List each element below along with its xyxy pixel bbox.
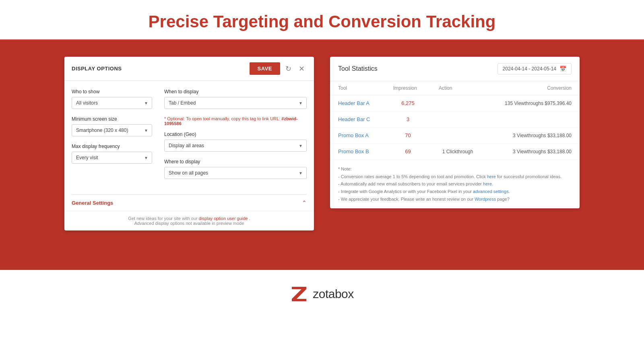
general-settings-label: General Settings xyxy=(72,200,113,206)
col-conversion: Conversion xyxy=(485,81,580,95)
tool-action xyxy=(431,95,485,111)
min-screen-size-group: Minimum screen size Smartphone (320 x 48… xyxy=(72,116,152,136)
who-to-show-select-wrap: All visitors xyxy=(72,97,152,109)
left-column: Who to show All visitors Minimum screen … xyxy=(72,89,152,186)
note-header: * Note: xyxy=(338,165,572,173)
tool-impression: 69 xyxy=(385,144,431,160)
footer-text2: . xyxy=(249,216,250,221)
card-footer: Get new ideas for your site with our dis… xyxy=(64,211,314,230)
date-range-box[interactable]: 2024-04-14 - 2024-05-14 📅 xyxy=(497,63,572,74)
table-row: Header Bar A6,275135 Viewthroughs $975,3… xyxy=(330,95,580,111)
tool-name[interactable]: Promo Box B xyxy=(330,144,385,160)
tool-impression: 3 xyxy=(385,111,431,128)
location-geo-select-wrap: Display all areas xyxy=(164,140,307,152)
col-tool: Tool xyxy=(330,81,385,95)
who-to-show-group: Who to show All visitors xyxy=(72,89,152,109)
tool-impression: 6,275 xyxy=(385,95,431,111)
table-row: Header Bar C3 xyxy=(330,111,580,128)
wordpress-link[interactable]: Wordpress xyxy=(475,197,496,202)
optional-note: * Optional: To open tool manually, copy … xyxy=(164,116,307,126)
save-button[interactable]: SAVE xyxy=(250,62,280,75)
tool-impression: 70 xyxy=(385,128,431,144)
where-to-display-label: Where to display xyxy=(164,159,307,165)
col-impression: Impression xyxy=(385,81,431,95)
page-footer: zotabox xyxy=(0,270,644,318)
header-actions: SAVE ↻ ✕ xyxy=(250,62,307,75)
refresh-button[interactable]: ↻ xyxy=(283,64,293,74)
col-action: Action xyxy=(431,81,485,95)
tool-conversion: 3 Viewthroughs $33,188.00 xyxy=(485,128,580,144)
stats-header: Tool Statistics 2024-04-14 - 2024-05-14 … xyxy=(330,57,580,81)
where-to-display-group: Where to display Show on all pages xyxy=(164,159,307,179)
when-to-display-select-wrap: Tab / Embed xyxy=(164,97,307,109)
here-link-2[interactable]: here xyxy=(483,181,492,186)
min-screen-size-select-wrap: Smartphone (320 x 480) xyxy=(72,124,152,136)
stats-notes: * Note: - Conversion rates average 1 to … xyxy=(330,160,580,208)
when-to-display-label: When to display xyxy=(164,89,307,95)
note-2: - Automatically add new email subscriber… xyxy=(338,180,572,188)
tool-statistics-card: Tool Statistics 2024-04-14 - 2024-05-14 … xyxy=(330,57,580,208)
chevron-down-icon: ⌃ xyxy=(302,200,307,206)
min-screen-size-label: Minimum screen size xyxy=(72,116,152,122)
advanced-settings-link[interactable]: advanced settings xyxy=(473,189,509,194)
where-to-display-select[interactable]: Show on all pages xyxy=(164,167,307,179)
tool-conversion: 135 Viewthroughs $975,396.40 xyxy=(485,95,580,111)
close-button[interactable]: ✕ xyxy=(297,64,307,74)
general-settings-row[interactable]: General Settings ⌃ xyxy=(72,194,307,211)
display-options-title: DISPLAY OPTIONS xyxy=(72,66,122,72)
here-link-1[interactable]: here xyxy=(487,174,496,179)
footer-text1: Get new ideas for your site with our xyxy=(128,216,197,221)
card-body: Who to show All visitors Minimum screen … xyxy=(64,81,314,194)
display-options-card: DISPLAY OPTIONS SAVE ↻ ✕ Who to show All… xyxy=(64,57,314,230)
footer-note: Advanced display options not available i… xyxy=(134,221,244,226)
date-range-value: 2024-04-14 - 2024-05-14 xyxy=(503,66,556,72)
brand-name: zotabox xyxy=(313,287,354,301)
max-display-freq-group: Max display frequency Every visit xyxy=(72,144,152,164)
tool-name[interactable]: Promo Box A xyxy=(330,128,385,144)
location-geo-select[interactable]: Display all areas xyxy=(164,140,307,152)
page-header: Precise Targeting and Conversion Trackin… xyxy=(0,0,644,41)
stats-title: Tool Statistics xyxy=(338,65,378,72)
table-row: Promo Box A703 Viewthroughs $33,188.00 xyxy=(330,128,580,144)
right-column: When to display Tab / Embed * Optional: … xyxy=(164,89,307,186)
stats-table: Tool Impression Action Conversion Header… xyxy=(330,81,580,160)
zotabox-z-icon xyxy=(290,285,308,303)
card-header: DISPLAY OPTIONS SAVE ↻ ✕ xyxy=(64,57,314,81)
max-display-freq-select-wrap: Every visit xyxy=(72,152,152,164)
table-header-row: Tool Impression Action Conversion xyxy=(330,81,580,95)
table-row: Promo Box B691 Clickthrough3 Viewthrough… xyxy=(330,144,580,160)
tool-conversion xyxy=(485,111,580,128)
max-display-freq-label: Max display frequency xyxy=(72,144,152,149)
location-geo-label: Location (Geo) xyxy=(164,132,307,137)
note-3: - Integrate with Google Analytics or wit… xyxy=(338,188,572,195)
note-4: - We appreciate your feedback. Please wr… xyxy=(338,195,572,203)
tool-conversion: 3 Viewthroughs $33,188.00 xyxy=(485,144,580,160)
main-content: DISPLAY OPTIONS SAVE ↻ ✕ Who to show All… xyxy=(0,41,644,270)
max-display-freq-select[interactable]: Every visit xyxy=(72,152,152,164)
tool-name[interactable]: Header Bar C xyxy=(330,111,385,128)
when-to-display-group: When to display Tab / Embed xyxy=(164,89,307,109)
who-to-show-label: Who to show xyxy=(72,89,152,95)
min-screen-size-select[interactable]: Smartphone (320 x 480) xyxy=(72,124,152,136)
tool-action xyxy=(431,128,485,144)
svg-marker-0 xyxy=(292,287,306,301)
note-1: - Conversion rates average 1 to 5% depen… xyxy=(338,173,572,181)
zotabox-logo: zotabox xyxy=(290,285,354,303)
location-geo-group: Location (Geo) Display all areas xyxy=(164,132,307,152)
tool-action: 1 Clickthrough xyxy=(431,144,485,160)
display-option-user-guide-link[interactable]: display option user guide xyxy=(199,216,248,221)
when-to-display-select[interactable]: Tab / Embed xyxy=(164,97,307,109)
who-to-show-select[interactable]: All visitors xyxy=(72,97,152,109)
calendar-icon: 📅 xyxy=(559,66,566,72)
where-to-display-select-wrap: Show on all pages xyxy=(164,167,307,179)
tool-action xyxy=(431,111,485,128)
tool-name[interactable]: Header Bar A xyxy=(330,95,385,111)
page-title: Precise Targeting and Conversion Trackin… xyxy=(0,12,644,31)
